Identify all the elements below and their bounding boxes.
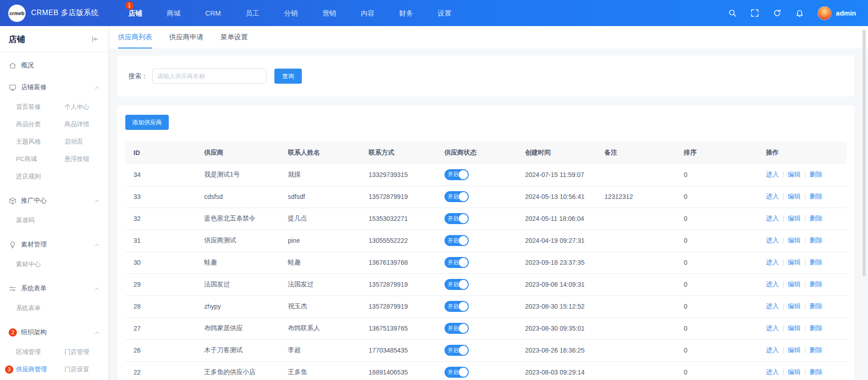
sidebar-collapse-icon[interactable] [91, 35, 99, 43]
sidebar-item-个人中心[interactable]: 个人中心 [64, 98, 108, 116]
user-name[interactable]: admin [836, 9, 856, 17]
refresh-icon[interactable] [773, 9, 782, 17]
cell-contact: 李超 [279, 339, 360, 361]
sidebar-item-门店管理[interactable]: 门店管理 [64, 343, 108, 361]
enter-link[interactable]: 进入 [766, 280, 779, 288]
sidebar-item-PC商城[interactable]: PC商城 [16, 150, 64, 168]
enter-link[interactable]: 进入 [766, 236, 779, 244]
edit-link[interactable]: 编辑 [788, 258, 801, 266]
status-toggle[interactable]: 开启 [445, 191, 469, 202]
enter-link[interactable]: 进入 [766, 368, 779, 375]
edit-link[interactable]: 编辑 [788, 280, 801, 288]
edit-link[interactable]: 编辑 [788, 324, 801, 332]
chevron-up-icon[interactable] [94, 85, 100, 90]
sidebar-item-素材中心[interactable]: 素材中心 [16, 256, 64, 273]
sidebar-item-渠道码[interactable]: 渠道码 [16, 212, 64, 229]
delete-link[interactable]: 删除 [809, 346, 822, 353]
chevron-up-icon[interactable] [94, 330, 100, 335]
sidebar-item-主题风格[interactable]: 主题风格 [16, 133, 64, 150]
enter-link[interactable]: 进入 [766, 171, 779, 178]
cell-sort: 0 [675, 186, 758, 208]
enter-link[interactable]: 进入 [766, 346, 779, 353]
enter-link[interactable]: 进入 [766, 302, 779, 310]
status-toggle[interactable]: 开启 [445, 169, 469, 180]
search-input[interactable] [152, 69, 267, 84]
edit-link[interactable]: 编辑 [788, 193, 801, 200]
bell-icon[interactable] [795, 9, 804, 17]
nav-item-settings[interactable]: 设置 [425, 0, 464, 26]
delete-link[interactable]: 删除 [809, 258, 822, 266]
delete-link[interactable]: 删除 [809, 171, 822, 178]
edit-link[interactable]: 编辑 [788, 346, 801, 353]
delete-link[interactable]: 删除 [809, 368, 822, 375]
sidebar-section-material[interactable]: 素材管理 [0, 234, 108, 256]
sidebar-item-门店设置[interactable]: 门店设置 [64, 361, 108, 378]
tab-supplier-list[interactable]: 供应商列表 [118, 26, 152, 48]
edit-link[interactable]: 编辑 [788, 214, 801, 222]
delete-link[interactable]: 删除 [809, 193, 822, 200]
sidebar-item-悬浮按钮[interactable]: 悬浮按钮 [64, 150, 108, 168]
add-supplier-button[interactable]: 添加供应商 [125, 115, 169, 130]
nav-item-mall[interactable]: 商城 [155, 0, 193, 26]
tab-supplier-apply[interactable]: 供应商申请 [169, 26, 204, 48]
search-icon[interactable] [728, 9, 737, 17]
status-toggle[interactable]: 开启 [445, 367, 469, 378]
sidebar-item-区域管理[interactable]: 区域管理 [16, 343, 64, 361]
cell-contact: pine [279, 230, 360, 252]
delete-link[interactable]: 删除 [809, 236, 822, 244]
nav-item-marketing[interactable]: 营销 [310, 0, 348, 26]
edit-link[interactable]: 编辑 [788, 171, 801, 178]
sidebar-section-overview[interactable]: 概况 [0, 54, 108, 76]
enter-link[interactable]: 进入 [766, 214, 779, 222]
chevron-up-icon[interactable] [94, 286, 100, 291]
enter-link[interactable]: 进入 [766, 258, 779, 266]
delete-link[interactable]: 删除 [809, 214, 822, 222]
user-avatar[interactable] [818, 6, 831, 20]
nav-item-finance[interactable]: 财务 [387, 0, 425, 26]
chevron-up-icon[interactable] [94, 242, 100, 247]
edit-link[interactable]: 编辑 [788, 368, 801, 375]
enter-link[interactable]: 进入 [766, 193, 779, 200]
chevron-up-icon[interactable] [94, 198, 100, 203]
status-toggle[interactable]: 开启 [445, 345, 469, 356]
sidebar-item-商品详情[interactable]: 商品详情 [64, 116, 108, 133]
sidebar-section-organization[interactable]: 2组织架构 [0, 321, 108, 343]
fullscreen-icon[interactable] [750, 9, 759, 17]
cell-created: 2024-07-15 11:59:07 [517, 164, 596, 186]
sidebar-section-system-form[interactable]: 系统表单 [0, 278, 108, 300]
edit-link[interactable]: 编辑 [788, 302, 801, 310]
delete-link[interactable]: 删除 [809, 302, 822, 310]
nav-item-staff[interactable]: 员工 [233, 0, 272, 26]
sidebar-item-供应商管理[interactable]: 供应商管理3 [16, 361, 64, 378]
query-button[interactable]: 查询 [274, 69, 302, 84]
nav-item-crm[interactable]: CRM [193, 0, 233, 26]
cell-status: 开启 [436, 273, 517, 295]
sidebar-section-label: 店铺装修 [21, 83, 47, 91]
edit-link[interactable]: 编辑 [788, 236, 801, 244]
status-toggle[interactable]: 开启 [445, 213, 469, 224]
table-body: 34我是测试1号就摸13329739315开启2024-07-15 11:59:… [125, 164, 847, 380]
nav-item-shop[interactable]: 店铺1 [116, 0, 155, 26]
delete-link[interactable]: 删除 [809, 324, 822, 332]
sidebar-section-promotion[interactable]: 推广中心 [0, 190, 108, 212]
enter-link[interactable]: 进入 [766, 324, 779, 332]
status-toggle-label: 开启 [448, 259, 459, 267]
status-toggle[interactable]: 开启 [445, 279, 469, 290]
status-toggle[interactable]: 开启 [445, 323, 469, 334]
supplier-table-panel: 添加供应商 ID供应商联系人姓名联系方式供应商状态创建时间备注排序操作 34我是… [118, 106, 854, 380]
nav-item-distribution[interactable]: 分销 [272, 0, 310, 26]
sidebar-section-label: 系统表单 [21, 284, 47, 293]
status-toggle[interactable]: 开启 [445, 257, 469, 268]
tab-menu-settings[interactable]: 菜单设置 [220, 26, 248, 48]
sidebar-item-首页装修[interactable]: 首页装修 [16, 98, 64, 116]
sidebar-item-启动页[interactable]: 启动页 [64, 133, 108, 150]
sidebar-item-进店规则[interactable]: 进店规则 [16, 168, 64, 185]
status-toggle[interactable]: 开启 [445, 235, 469, 246]
sidebar-item-商品分类[interactable]: 商品分类 [16, 116, 64, 133]
sidebar-section-decoration[interactable]: 店铺装修 [0, 76, 108, 98]
delete-link[interactable]: 删除 [809, 280, 822, 288]
nav-item-content[interactable]: 内容 [348, 0, 387, 26]
sidebar-item-系统表单[interactable]: 系统表单 [16, 300, 64, 317]
page-scrollbar-thumb[interactable] [863, 30, 866, 277]
status-toggle[interactable]: 开启 [445, 301, 469, 312]
